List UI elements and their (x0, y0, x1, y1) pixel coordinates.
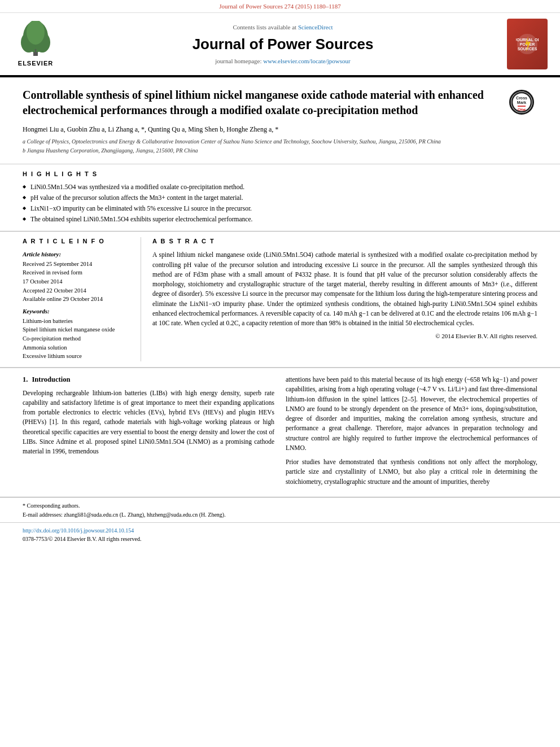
keyword-item: Lithium-ion batteries (23, 317, 132, 326)
highlights-list: LiNi0.5Mn1.5O4 was synthesized via a mod… (23, 182, 537, 224)
available-date: Available online 29 October 2014 (23, 295, 132, 304)
sciencedirect-link[interactable]: ScienceDirect (298, 24, 333, 30)
journal-title: Journal of Power Sources (67, 34, 499, 54)
highlights-section: H I G H L I G H T S LiNi0.5Mn1.5O4 was s… (0, 164, 560, 231)
intro-paragraph-1: Developing rechargeable lithium-ion batt… (23, 388, 274, 457)
keyword-item: Co-precipitation method (23, 335, 132, 343)
highlight-item: The obtained spinel LiNi0.5Mn1.5O4 exhib… (23, 215, 537, 224)
svg-text:CHat: CHat (518, 108, 526, 111)
svg-text:Mark: Mark (517, 101, 526, 104)
authors-line: Hongmei Liu a, Guobin Zhu a, Li Zhang a,… (23, 125, 504, 134)
footnotes-area: * Corresponding authors. E-mail addresse… (0, 497, 560, 522)
keyword-item: Ammonia solution (23, 344, 132, 352)
keyword-item: Excessive lithium source (23, 352, 132, 361)
journal-header: ELSEVIER Contents lists available at Sci… (0, 13, 560, 76)
keyword-item: Spinel lithium nickel manganese oxide (23, 326, 132, 334)
revised-label: Received in revised form (23, 269, 132, 277)
article-header: Controllable synthesis of spinel lithium… (0, 77, 560, 164)
journal-center-header: Contents lists available at ScienceDirec… (67, 23, 499, 65)
svg-text:Cross: Cross (516, 96, 527, 100)
contents-line: Contents lists available at ScienceDirec… (67, 23, 499, 32)
bottom-bar: http://dx.doi.org/10.1016/j.jpowsour.201… (0, 522, 560, 545)
keywords-list: Lithium-ion batteries Spinel lithium nic… (23, 317, 132, 361)
elsevier-tree-icon (19, 21, 53, 58)
article-info-title: A R T I C L E I N F O (23, 237, 132, 246)
affiliation-a: a College of Physics, Optoelectronics an… (23, 138, 504, 146)
abstract-title: A B S T R A C T (152, 237, 537, 246)
keywords-label: Keywords: (23, 307, 132, 316)
journal-logo-right: JOURNAL OF POWER SOURCES (505, 19, 550, 69)
abstract-text: A spinel lithium nickel manganese oxide … (152, 250, 537, 341)
copyright-text: © 2014 Elsevier B.V. All rights reserved… (152, 331, 537, 341)
email-footnote: E-mail addresses: zhangli81@suda.edu.cn … (23, 511, 537, 519)
highlight-item: LiNi0.5Mn1.5O4 was synthesized via a mod… (23, 182, 537, 191)
svg-point-4 (27, 21, 45, 45)
accepted-date: Accepted 22 October 2014 (23, 287, 132, 295)
citation-text: Journal of Power Sources 274 (2015) 1180… (219, 3, 341, 10)
introduction-section: 1. Introduction Developing rechargeable … (0, 368, 560, 497)
crossmark-badge[interactable]: Cross Mark CHat (509, 90, 537, 115)
received-date: Received 25 September 2014 (23, 260, 132, 269)
intro-paragraph-3: Prior studies have demonstrated that syn… (286, 457, 537, 487)
journal-badge-icon: JOURNAL OF POWER SOURCES (516, 33, 539, 55)
intro-right-col: attentions have been paid to this materi… (286, 375, 537, 491)
article-info-col: A R T I C L E I N F O Article history: R… (23, 237, 141, 361)
abstract-col: A B S T R A C T A spinel lithium nickel … (152, 237, 537, 361)
article-info-abstract: A R T I C L E I N F O Article history: R… (0, 231, 560, 368)
highlight-item: LixNi1−xO impurity can be eliminated wit… (23, 204, 537, 213)
intro-paragraph-2: attentions have been paid to this materi… (286, 375, 537, 453)
elsevier-logo: ELSEVIER (10, 21, 61, 68)
intro-heading: 1. Introduction (23, 375, 274, 385)
issn-text: 0378-7753/© 2014 Elsevier B.V. All right… (23, 535, 537, 543)
journal-citation: Journal of Power Sources 274 (2015) 1180… (0, 0, 560, 13)
elsevier-wordmark: ELSEVIER (18, 59, 53, 68)
article-title: Controllable synthesis of spinel lithium… (23, 88, 504, 118)
intro-left-col: 1. Introduction Developing rechargeable … (23, 375, 274, 491)
revised-date: 17 October 2014 (23, 278, 132, 286)
highlight-item: pH value of the precursor solution affec… (23, 193, 537, 202)
homepage-line: journal homepage: www.elsevier.com/locat… (67, 57, 499, 65)
history-label: Article history: (23, 250, 132, 259)
crossmark-circle: Cross Mark CHat (509, 90, 534, 115)
affiliation-b: b Jiangsu Huasheng Corporation, Zhangjia… (23, 147, 504, 155)
crossmark-icon: Cross Mark CHat (511, 91, 532, 113)
highlights-label: H I G H L I G H T S (23, 170, 537, 178)
homepage-url[interactable]: www.elsevier.com/locate/jpowsour (263, 58, 350, 64)
corresponding-authors: * Corresponding authors. (23, 502, 537, 510)
journal-badge: JOURNAL OF POWER SOURCES (507, 19, 548, 69)
doi-link[interactable]: http://dx.doi.org/10.1016/j.jpowsour.201… (23, 527, 134, 534)
